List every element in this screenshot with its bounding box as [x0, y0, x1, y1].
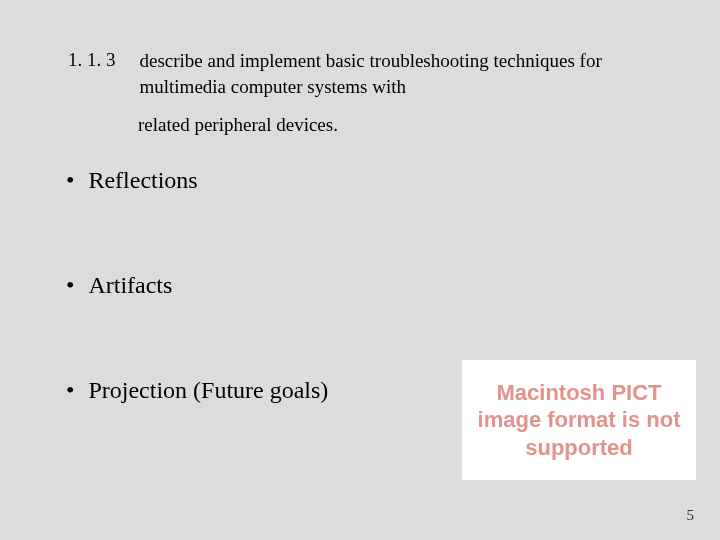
list-item: • Reflections: [66, 166, 626, 195]
list-item: • Artifacts: [66, 271, 626, 300]
standard-description-part1: describe and implement basic troubleshoo…: [140, 48, 649, 99]
list-item-label: Artifacts: [88, 271, 172, 300]
list-item-label: Projection (Future goals): [88, 376, 328, 405]
page-number: 5: [687, 507, 695, 524]
standard-description-part2: related peripheral devices.: [138, 112, 338, 138]
list-item-label: Reflections: [88, 166, 197, 195]
bullet-dot-icon: •: [66, 376, 74, 405]
bullet-dot-icon: •: [66, 166, 74, 195]
bullet-dot-icon: •: [66, 271, 74, 300]
standard-number: 1. 1. 3: [68, 48, 116, 73]
standard-row: 1. 1. 3 describe and implement basic tro…: [68, 48, 648, 99]
pict-placeholder-message: Macintosh PICT image format is not suppo…: [470, 379, 688, 462]
pict-placeholder: Macintosh PICT image format is not suppo…: [462, 360, 696, 480]
